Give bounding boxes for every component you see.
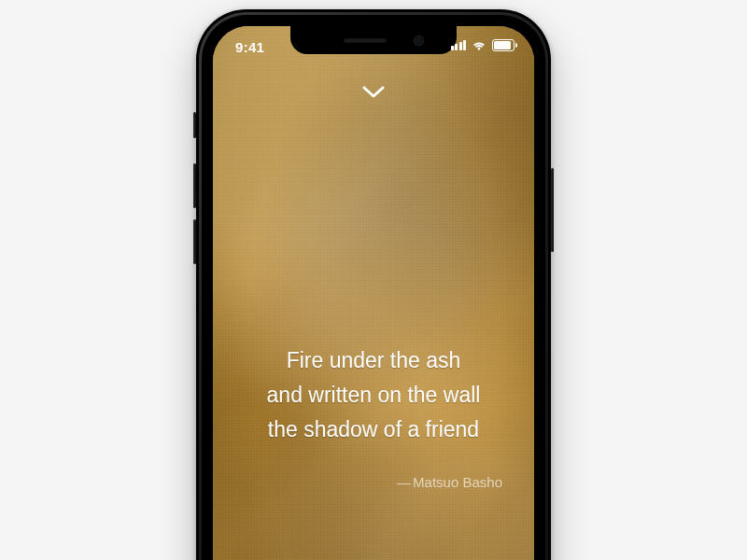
dismiss-button[interactable] [355, 78, 392, 106]
quote-text: Fire under the ash and written on the wa… [239, 343, 508, 446]
phone-device-frame: 9:41 Fire under the ash and writte [196, 9, 551, 560]
chevron-down-icon [362, 86, 385, 99]
quote-author: — Matsuo Basho [239, 474, 508, 490]
author-name: Matsuo Basho [413, 474, 502, 490]
mute-switch [193, 112, 196, 138]
author-prefix: — [397, 474, 413, 490]
battery-full-icon [492, 39, 517, 51]
status-right-cluster [451, 39, 518, 51]
volume-up-button [193, 163, 196, 208]
wifi-icon [472, 40, 486, 51]
phone-screen: 9:41 Fire under the ash and writte [213, 26, 534, 560]
side-button [551, 168, 554, 252]
status-time: 9:41 [235, 39, 264, 55]
quote-container: Fire under the ash and written on the wa… [239, 343, 508, 490]
status-bar: 9:41 [213, 26, 534, 67]
volume-down-button [193, 219, 196, 264]
cellular-signal-icon [451, 40, 467, 50]
